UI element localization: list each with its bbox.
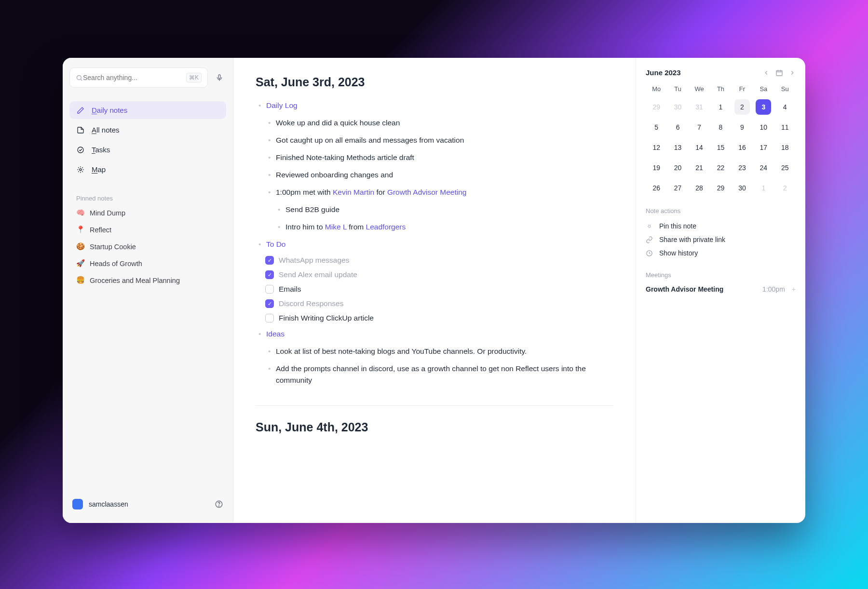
nav-map[interactable]: MMapap xyxy=(69,161,226,178)
todo-item[interactable]: ✓WhatsApp messages xyxy=(265,256,613,265)
calendar-dow: Sa xyxy=(753,85,774,94)
calendar-day[interactable]: 2 xyxy=(734,99,750,115)
calendar-day[interactable]: 13 xyxy=(670,140,686,155)
pinned-item[interactable]: 🍪Startup Cookie xyxy=(69,240,226,254)
note-icon xyxy=(76,126,85,134)
calendar-day[interactable]: 17 xyxy=(756,140,771,155)
checkbox[interactable]: ✓ xyxy=(265,270,274,279)
log-item: Woke up and did a quick house clean xyxy=(265,117,613,129)
pinned-label: Reflect xyxy=(90,226,111,234)
pinned-emoji: 📍 xyxy=(76,226,85,234)
action-label: Show history xyxy=(659,249,698,257)
pinned-item[interactable]: 📍Reflect xyxy=(69,223,226,237)
search-icon xyxy=(76,74,83,81)
pinned-item[interactable]: 🍔Groceries and Meal Planning xyxy=(69,273,226,287)
calendar-day[interactable]: 30 xyxy=(670,99,686,115)
idea-item: Look at list of best note-taking blogs a… xyxy=(265,346,613,357)
nav-label: TTasksasks xyxy=(92,146,110,154)
cal-next-icon[interactable] xyxy=(789,69,796,76)
action-history[interactable]: Show history xyxy=(646,246,796,260)
pinned-item[interactable]: 🚀Heads of Growth xyxy=(69,256,226,270)
calendar-day[interactable]: 28 xyxy=(692,180,707,196)
todo-item[interactable]: Finish Writing ClickUp article xyxy=(265,314,613,322)
cal-prev-icon[interactable] xyxy=(763,69,770,76)
calendar-day[interactable]: 6 xyxy=(670,120,686,135)
calendar-dow: Mo xyxy=(646,85,667,94)
action-share[interactable]: Share with private link xyxy=(646,233,796,246)
calendar-day[interactable]: 19 xyxy=(649,160,664,175)
calendar-day[interactable]: 5 xyxy=(649,120,664,135)
cal-today-icon[interactable] xyxy=(775,69,783,77)
calendar-day[interactable]: 21 xyxy=(692,160,707,175)
calendar-day[interactable]: 30 xyxy=(734,180,750,196)
calendar-day[interactable]: 25 xyxy=(777,160,793,175)
calendar-day[interactable]: 8 xyxy=(713,120,728,135)
nav-daily-notes[interactable]: DDaily notesaily notes xyxy=(69,101,226,119)
calendar-day[interactable]: 24 xyxy=(756,160,771,175)
plus-icon[interactable]: + xyxy=(792,285,796,293)
todo-item[interactable]: ✓Discord Responses xyxy=(265,299,613,308)
mic-icon[interactable] xyxy=(213,71,226,84)
calendar-day[interactable]: 10 xyxy=(756,120,771,135)
svg-line-1 xyxy=(81,79,82,80)
action-pin[interactable]: Pin this note xyxy=(646,219,796,233)
calendar-dow: Su xyxy=(774,85,796,94)
meeting-item[interactable]: Growth Advisor Meeting 1:00pm + xyxy=(646,283,796,295)
calendar-day[interactable]: 18 xyxy=(777,140,793,155)
calendar-day[interactable]: 2 xyxy=(777,180,793,196)
calendar-day[interactable]: 14 xyxy=(692,140,707,155)
calendar-day[interactable]: 12 xyxy=(649,140,664,155)
calendar-day[interactable]: 15 xyxy=(713,140,728,155)
calendar-day[interactable]: 1 xyxy=(713,99,728,115)
nav-all-notes[interactable]: AAll notesll notes xyxy=(69,121,226,139)
search-input[interactable] xyxy=(83,74,186,81)
calendar-day[interactable]: 4 xyxy=(777,99,793,115)
help-icon[interactable] xyxy=(215,500,223,509)
person-link[interactable]: Mike L xyxy=(325,223,347,231)
nav-tasks[interactable]: TTasksasks xyxy=(69,141,226,159)
checkbox[interactable] xyxy=(265,314,274,322)
company-link[interactable]: Leadforgers xyxy=(366,223,406,231)
calendar-day[interactable]: 29 xyxy=(713,180,728,196)
search-row: ⌘K xyxy=(69,67,226,88)
meetings-label: Meetings xyxy=(646,271,796,279)
avatar[interactable] xyxy=(72,499,83,509)
todo-label: Emails xyxy=(279,285,301,294)
calendar-day[interactable]: 27 xyxy=(670,180,686,196)
todo-item[interactable]: ✓Send Alex email update xyxy=(265,270,613,279)
calendar-day[interactable]: 7 xyxy=(692,120,707,135)
checkbox[interactable] xyxy=(265,285,274,294)
calendar-day[interactable]: 11 xyxy=(777,120,793,135)
calendar-day[interactable]: 9 xyxy=(734,120,750,135)
calendar-day[interactable]: 22 xyxy=(713,160,728,175)
calendar-day[interactable]: 3 xyxy=(756,99,771,115)
pinned-item[interactable]: 🧠Mind Dump xyxy=(69,206,226,220)
pinned-label: Groceries and Meal Planning xyxy=(90,277,180,284)
checkbox[interactable]: ✓ xyxy=(265,256,274,265)
search-input-wrap[interactable]: ⌘K xyxy=(69,67,208,88)
calendar-day[interactable]: 1 xyxy=(756,180,771,196)
map-icon xyxy=(76,166,85,174)
calendar-day[interactable]: 26 xyxy=(649,180,664,196)
meeting-time: 1:00pm xyxy=(762,285,785,293)
nav-label: AAll notesll notes xyxy=(92,126,120,134)
note-title[interactable]: Sat, June 3rd, 2023 xyxy=(256,75,613,89)
calendar-day[interactable]: 29 xyxy=(649,99,664,115)
person-link[interactable]: Kevin Martin xyxy=(333,188,374,196)
pinned-list: 🧠Mind Dump📍Reflect🍪Startup Cookie🚀Heads … xyxy=(69,206,226,287)
note-body[interactable]: Daily Log Woke up and did a quick house … xyxy=(256,100,613,250)
todo-item[interactable]: Emails xyxy=(265,285,613,294)
checkbox[interactable]: ✓ xyxy=(265,299,274,308)
section-todo: To Do xyxy=(266,240,286,248)
note-title[interactable]: Sun, June 4th, 2023 xyxy=(256,420,613,434)
log-item: Got caught up on all emails and messages… xyxy=(265,134,613,146)
calendar-day[interactable]: 20 xyxy=(670,160,686,175)
calendar-day[interactable]: 23 xyxy=(734,160,750,175)
todo-list: ✓WhatsApp messages✓Send Alex email updat… xyxy=(256,256,613,322)
pinned-label: Startup Cookie xyxy=(90,243,136,251)
event-link[interactable]: Growth Advisor Meeting xyxy=(387,188,467,196)
calendar-day[interactable]: 31 xyxy=(692,99,707,115)
calendar-day[interactable]: 16 xyxy=(734,140,750,155)
calendar-dow: Th xyxy=(710,85,731,94)
svg-point-15 xyxy=(218,506,219,506)
